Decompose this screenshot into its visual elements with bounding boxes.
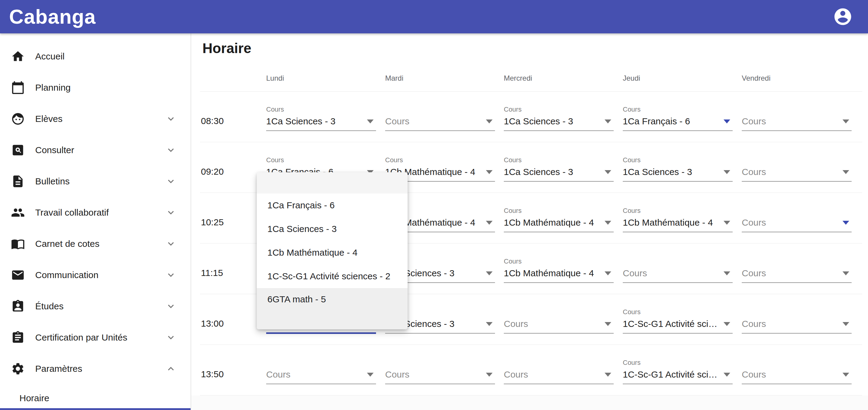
sidebar-item-label: Paramètres <box>35 364 165 374</box>
dropdown-arrow-icon <box>842 271 849 275</box>
course-select-label: Cours <box>623 359 641 367</box>
course-select-mercredi-11-15[interactable]: Cours1Cb Mathématique - 4 <box>504 243 614 294</box>
course-select-mercredi-10-25[interactable]: Cours1Cb Mathématique - 4 <box>504 193 614 243</box>
sidebar-item-communication[interactable]: Communication <box>0 259 191 291</box>
course-select-vendredi-09-20[interactable]: Cours <box>742 142 851 193</box>
menu-option-2[interactable]: 1Ca Sciences - 3 <box>257 217 408 241</box>
account-button[interactable] <box>833 7 853 27</box>
course-select-mercredi-08-30[interactable]: Cours1Ca Sciences - 3 <box>504 92 614 142</box>
dropdown-arrow-icon <box>604 119 611 124</box>
dropdown-arrow-icon <box>486 271 493 275</box>
sidebar-item-label: Travail collaboratif <box>35 207 165 218</box>
course-select-mardi-13-50[interactable]: Cours <box>385 345 495 396</box>
time-label: 08:30 <box>201 116 224 126</box>
sidebar-item-bulletins[interactable]: Bulletins <box>0 166 191 197</box>
select-underline <box>266 130 376 131</box>
document-icon <box>11 174 25 188</box>
menu-option-3[interactable]: 1Cb Mathématique - 4 <box>257 241 408 265</box>
sidebar-item-travail-collaboratif[interactable]: Travail collaboratif <box>0 197 191 228</box>
course-select-mercredi-13-00[interactable]: Cours <box>504 294 614 345</box>
select-underline <box>266 384 376 384</box>
course-select-value: 1Ca Sciences - 3 <box>504 165 601 179</box>
sidebar-item-label: Consulter <box>35 145 165 155</box>
dropdown-arrow-icon <box>604 271 611 275</box>
dropdown-arrow-icon <box>367 373 374 377</box>
sidebar-item-planning[interactable]: Planning <box>0 72 191 103</box>
course-select-label: Cours <box>385 156 403 165</box>
sidebar-item-accueil[interactable]: Accueil <box>0 41 191 72</box>
select-underline <box>385 333 495 334</box>
mail-icon <box>11 268 25 282</box>
day-header-vendredi: Vendredi <box>742 74 771 82</box>
course-select-value: Cours <box>742 317 839 331</box>
select-underline <box>742 232 851 232</box>
course-select-vendredi-13-50[interactable]: Cours <box>742 345 851 396</box>
sidebar-item-eleves[interactable]: Elèves <box>0 103 191 134</box>
sidebar-item-label: Elèves <box>35 114 165 124</box>
select-underline <box>504 282 614 283</box>
sidebar-item-label: Bulletins <box>35 176 165 186</box>
course-select-value: Cours <box>742 165 839 179</box>
course-select-lundi-08-30[interactable]: Cours1Ca Sciences - 3 <box>266 92 376 142</box>
sidebar-item-etudes[interactable]: Études <box>0 291 191 322</box>
dropdown-arrow-icon <box>486 373 493 377</box>
sidebar-item-consulter[interactable]: Consulter <box>0 134 191 166</box>
sidebar-item-label: Carnet de cotes <box>35 239 165 249</box>
chevron-down-icon <box>165 301 177 312</box>
time-label: 09:20 <box>201 167 224 177</box>
brand-logo[interactable]: Cabanga <box>9 5 96 28</box>
dropdown-arrow-icon <box>486 119 493 124</box>
course-select-label: Cours <box>504 258 522 266</box>
course-select-jeudi-11-15[interactable]: Cours <box>623 243 733 294</box>
dropdown-arrow-icon <box>723 119 730 124</box>
menu-option-1[interactable]: 1Ca Français - 6 <box>257 194 408 217</box>
sidebar-item-certification-par-unites[interactable]: Certification par Unités <box>0 322 191 353</box>
course-options-menu: 1Ca Français - 61Ca Sciences - 31Cb Math… <box>257 172 408 329</box>
sidebar-item-parametres[interactable]: Paramètres <box>0 353 191 384</box>
course-select-lundi-13-50[interactable]: Cours <box>266 345 376 396</box>
sidebar-item-carnet-de-cotes[interactable]: Carnet de cotes <box>0 228 191 259</box>
course-select-jeudi-10-25[interactable]: Cours1Cb Mathématique - 4 <box>623 193 733 243</box>
course-select-value: Cours <box>504 368 601 381</box>
course-select-vendredi-10-25[interactable]: Cours <box>742 193 851 243</box>
sidebar-item-label: Études <box>35 301 165 311</box>
select-underline <box>504 181 614 182</box>
course-select-vendredi-11-15[interactable]: Cours <box>742 243 851 294</box>
sidebar-item-label: Accueil <box>35 51 177 62</box>
course-select-vendredi-08-30[interactable]: Cours <box>742 92 851 142</box>
course-select-jeudi-13-00[interactable]: Cours1C-Sc-G1 Activité sciences - 2 <box>623 294 733 345</box>
course-select-label: Cours <box>504 156 522 165</box>
sidebar-nav: AccueilPlanningElèvesConsulterBulletinsT… <box>0 33 191 410</box>
course-select-jeudi-08-30[interactable]: Cours1Ca Français - 6 <box>623 92 733 142</box>
select-underline <box>623 384 733 384</box>
sidebar-item-label: Communication <box>35 270 165 280</box>
day-header-jeudi: Jeudi <box>623 74 640 82</box>
course-select-label: Cours <box>504 106 522 114</box>
menu-option-0[interactable] <box>257 172 408 194</box>
course-select-mardi-08-30[interactable]: Cours <box>385 92 495 142</box>
person-badge-icon <box>11 299 25 313</box>
course-select-jeudi-09-20[interactable]: Cours1Ca Sciences - 3 <box>623 142 733 193</box>
course-select-value: Cours <box>266 368 364 381</box>
sidebar-subitem-horaire[interactable]: Horaire <box>0 384 191 410</box>
course-select-mercredi-13-50[interactable]: Cours <box>504 345 614 396</box>
course-select-label: Cours <box>623 207 641 215</box>
select-underline <box>742 181 851 182</box>
course-select-jeudi-13-50[interactable]: Cours1C-Sc-G1 Activité sciences - 2 <box>623 345 733 396</box>
dropdown-arrow-icon <box>723 170 730 174</box>
course-select-value: 1Ca Sciences - 3 <box>504 115 601 128</box>
course-select-value: 1Ca Sciences - 3 <box>623 165 720 179</box>
gear-icon <box>11 362 25 376</box>
chevron-down-icon <box>165 176 177 187</box>
menu-option-5[interactable]: 6GTA math - 5 <box>257 288 408 329</box>
chevron-up-icon <box>165 363 177 375</box>
menu-option-4[interactable]: 1C-Sc-G1 Activité sciences - 2 <box>257 265 408 288</box>
app-bar: Cabanga <box>0 0 868 33</box>
course-select-mercredi-09-20[interactable]: Cours1Ca Sciences - 3 <box>504 142 614 193</box>
select-underline <box>742 384 851 384</box>
course-select-vendredi-13-00[interactable]: Cours <box>742 294 851 345</box>
dropdown-arrow-icon <box>723 373 730 377</box>
chevron-down-icon <box>165 144 177 156</box>
select-underline <box>623 181 733 182</box>
course-select-value: Cours <box>385 368 483 381</box>
